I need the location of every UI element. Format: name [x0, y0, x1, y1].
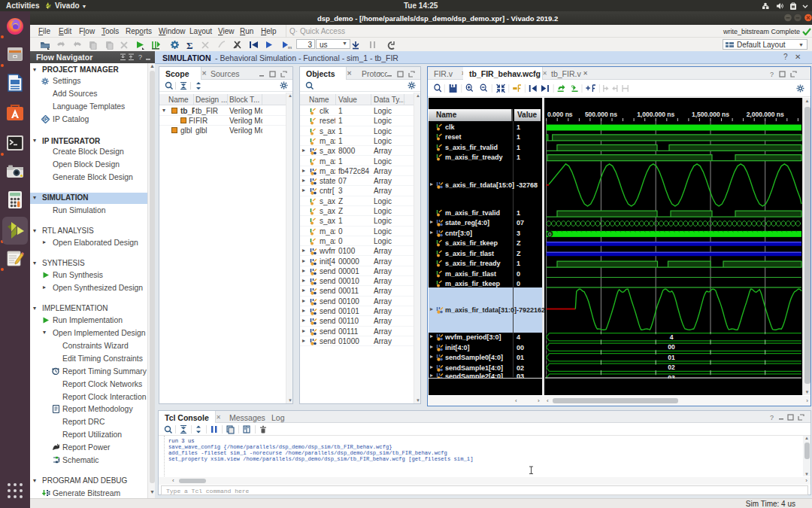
- svg-text:00: 00: [668, 343, 675, 351]
- svg-text:?: ?: [770, 414, 774, 421]
- svg-text:IP: IP: [43, 117, 48, 122]
- svg-text:?: ?: [377, 71, 381, 78]
- svg-text:2,000.000 ns: 2,000.000 ns: [747, 111, 784, 118]
- svg-text:02: 02: [668, 364, 675, 371]
- svg-text:500.000 ns: 500.000 ns: [585, 111, 617, 118]
- svg-text:0.000 ns: 0.000 ns: [547, 111, 573, 118]
- svg-text:1,500.000 ns: 1,500.000 ns: [692, 111, 729, 118]
- svg-text:?: ?: [138, 53, 142, 61]
- svg-text:4: 4: [670, 333, 674, 341]
- svg-text:1,000.000 ns: 1,000.000 ns: [637, 111, 674, 118]
- svg-text:Σ: Σ: [186, 40, 193, 50]
- svg-text:0: 0: [548, 231, 552, 238]
- svg-text:?: ?: [770, 71, 774, 78]
- svg-text:m: m: [288, 45, 292, 50]
- svg-text:01: 01: [668, 354, 675, 361]
